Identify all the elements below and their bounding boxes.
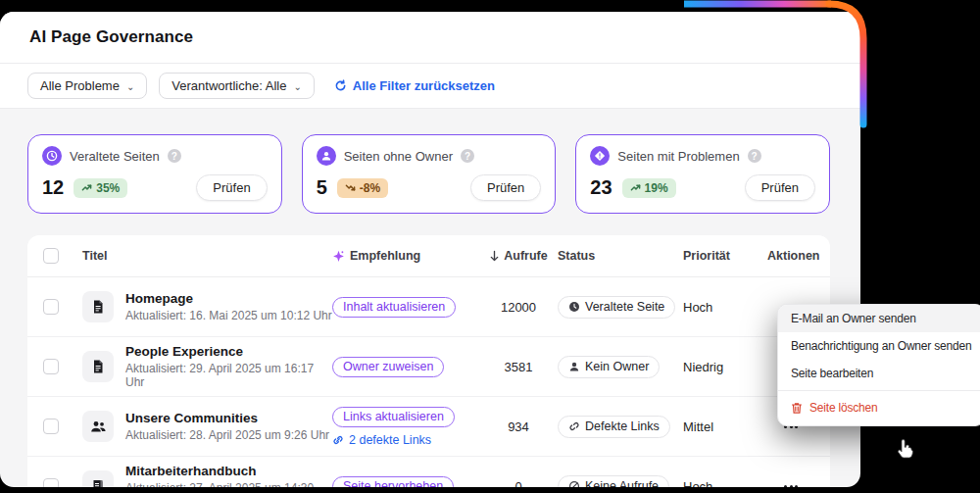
owner-filter-dropdown[interactable]: Verantwortliche: Alle ⌄ — [159, 73, 314, 99]
title-bar: AI Page Governance — [0, 12, 860, 64]
trend-badge: 35% — [74, 178, 127, 198]
page-title-text[interactable]: People Experience — [125, 344, 332, 359]
broken-links-link[interactable]: 2 defekte Links — [332, 433, 479, 447]
priority-value: Niedrig — [683, 360, 767, 374]
trend-up-icon — [81, 182, 92, 193]
priority-value: Mittel — [683, 419, 767, 434]
status-badge: Kein Owner — [558, 356, 660, 378]
recommendation-pill[interactable]: Inhalt aktualisieren — [332, 297, 456, 318]
row-checkbox[interactable] — [43, 478, 59, 487]
stat-card-label: Seiten mit Problemen — [617, 149, 739, 164]
status-badge: Keine Aufrufe — [558, 475, 669, 488]
status-badge: Defekte Links — [558, 416, 670, 438]
trend-badge: -8% — [337, 178, 388, 198]
eye-off-icon — [568, 480, 580, 487]
broken-link-icon — [568, 420, 580, 432]
alert-icon — [590, 146, 610, 166]
menu-item-notify-owner[interactable]: Benachrichtigung an Owner senden — [778, 332, 980, 360]
views-value: 12000 — [479, 300, 558, 315]
row-checkbox[interactable] — [43, 359, 59, 374]
user-icon — [568, 361, 580, 372]
help-icon[interactable]: ? — [461, 149, 474, 163]
recommendation-pill[interactable]: Links aktualisieren — [332, 407, 455, 427]
page-title: AI Page Governance — [29, 27, 193, 47]
views-value: 0 — [479, 479, 558, 488]
trend-down-icon — [345, 182, 356, 193]
table-header-row: Titel Empfehlung Aufrufe Status Prioritä… — [27, 235, 830, 277]
stat-card-seiten-ohne-owner: Seiten ohne Owner ? 5 -8% Prüfen — [302, 134, 557, 214]
views-value: 934 — [479, 419, 558, 434]
column-header-empfehlung[interactable]: Empfehlung — [332, 249, 479, 263]
page-updated-text: Aktualisiert: 16. Mai 2025 um 10:12 Uhr — [125, 309, 332, 322]
page-updated-text: Aktualisiert: 28. April 2025 um 9:26 Uhr — [125, 428, 329, 442]
priority-value: Hoch — [683, 479, 767, 488]
sort-down-icon — [489, 250, 500, 262]
trend-badge: 19% — [622, 178, 676, 198]
owner-filter-label: Verantwortliche: Alle — [172, 78, 286, 93]
page-title-text[interactable]: Mitarbeiterhandbuch — [125, 464, 332, 478]
column-header-titel[interactable]: Titel — [82, 249, 332, 263]
problem-filter-dropdown[interactable]: Alle Probleme ⌄ — [27, 73, 147, 99]
stat-card-veraltete-seiten: Veraltete Seiten ? 12 35% Prüfen — [27, 134, 282, 214]
app-window: AI Page Governance Alle Probleme ⌄ Veran… — [0, 12, 860, 487]
column-header-status[interactable]: Status — [558, 249, 683, 263]
row-checkbox[interactable] — [43, 419, 59, 434]
recommendation-pill[interactable]: Seite hervorheben — [332, 476, 454, 488]
help-icon[interactable]: ? — [168, 149, 181, 163]
clock-icon — [42, 146, 62, 166]
column-header-aktionen: Aktionen — [767, 249, 814, 263]
table-row: People Experience Aktualisiert: 29. Apri… — [27, 337, 830, 397]
help-icon[interactable]: ? — [748, 149, 761, 163]
user-icon — [317, 146, 336, 166]
clock-icon — [568, 301, 580, 313]
status-badge: Veraltete Seite — [558, 296, 675, 319]
pages-table: Titel Empfehlung Aufrufe Status Prioritä… — [27, 235, 830, 487]
stat-card-label: Veraltete Seiten — [70, 149, 160, 164]
views-value: 3581 — [479, 360, 558, 374]
document-icon — [82, 351, 114, 382]
pruefen-button[interactable]: Prüfen — [470, 174, 541, 201]
broken-link-icon — [332, 434, 344, 446]
pruefen-button[interactable]: Prüfen — [196, 174, 267, 201]
people-icon — [82, 411, 114, 442]
stat-card-label: Seiten ohne Owner — [344, 149, 453, 164]
table-row: Unsere Communities Aktualisiert: 28. Apr… — [27, 397, 830, 457]
chevron-down-icon: ⌄ — [293, 81, 301, 92]
sparkle-icon — [332, 250, 345, 263]
problem-filter-label: Alle Probleme — [40, 78, 120, 93]
menu-item-edit-page[interactable]: Seite bearbeiten — [778, 360, 980, 387]
filter-bar: Alle Probleme ⌄ Verantwortliche: Alle ⌄ … — [0, 64, 860, 109]
hand-pointer-cursor — [894, 438, 915, 462]
chevron-down-icon: ⌄ — [126, 81, 134, 92]
column-header-prioritaet[interactable]: Priorität — [683, 249, 767, 263]
reset-icon — [334, 79, 347, 92]
row-actions-context-menu: E-Mail an Owner senden Benachrichtigung … — [777, 304, 980, 426]
row-checkbox[interactable] — [43, 299, 59, 315]
stat-value: 23 — [590, 176, 612, 199]
page-updated-text: Aktualisiert: 29. April 2025 um 16:17 Uh… — [125, 362, 332, 389]
priority-value: Hoch — [683, 300, 767, 315]
reset-filters-label: Alle Filter zurücksetzen — [353, 78, 495, 93]
recommendation-pill[interactable]: Owner zuweisen — [332, 357, 444, 377]
menu-item-email-owner[interactable]: E-Mail an Owner senden — [778, 305, 980, 332]
page-title-text[interactable]: Homepage — [125, 291, 332, 306]
menu-divider — [778, 390, 980, 391]
stat-card-seiten-mit-problemen: Seiten mit Problemen ? 23 19% Prüfen — [575, 134, 830, 214]
row-actions-button[interactable] — [767, 476, 814, 487]
trend-up-icon — [630, 182, 641, 193]
stat-value: 12 — [42, 176, 64, 199]
pruefen-button[interactable]: Prüfen — [745, 174, 815, 201]
table-row: Homepage Aktualisiert: 16. Mai 2025 um 1… — [27, 277, 830, 337]
trash-icon — [791, 402, 803, 415]
page-updated-text: Aktualisiert: 27. April 2025 um 14:30 Uh… — [125, 481, 332, 487]
book-icon — [82, 470, 114, 487]
reset-filters-link[interactable]: Alle Filter zurücksetzen — [334, 78, 495, 93]
document-icon — [82, 291, 114, 322]
page-title-text[interactable]: Unsere Communities — [125, 411, 329, 425]
stat-cards: Veraltete Seiten ? 12 35% Prüfen Seiten … — [0, 109, 860, 214]
select-all-checkbox[interactable] — [43, 248, 59, 264]
stat-value: 5 — [317, 176, 327, 199]
table-row: Mitarbeiterhandbuch Aktualisiert: 27. Ap… — [27, 457, 830, 487]
menu-item-delete-page[interactable]: Seite löschen — [778, 394, 980, 421]
column-header-aufrufe[interactable]: Aufrufe — [479, 249, 558, 263]
